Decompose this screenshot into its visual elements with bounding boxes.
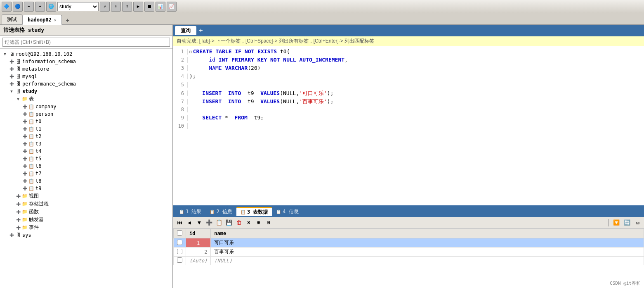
folder-toggle-functions[interactable]: ➕: [15, 209, 21, 215]
tab-add-button[interactable]: +: [64, 16, 72, 24]
table-toggle-person[interactable]: ➕: [21, 111, 28, 117]
tree-table-t3[interactable]: ➕ 📋 t3: [0, 140, 172, 148]
tree-table-company[interactable]: ➕ 📋 company: [0, 103, 172, 110]
db-toggle-sys[interactable]: ➕: [8, 232, 15, 238]
tree-table-person[interactable]: ➕ 📋 person: [0, 110, 172, 118]
tree-folder-triggers[interactable]: ➕ 📁 触发器: [0, 216, 172, 224]
results-tab-3[interactable]: 📋 3 表数据: [236, 207, 272, 216]
db-toggle-4[interactable]: ➕: [8, 81, 15, 87]
filter-input[interactable]: [2, 38, 170, 47]
results-tool-dropdown[interactable]: ▼: [195, 218, 204, 227]
toolbar-icon-7[interactable]: ⬇: [111, 2, 121, 12]
table-toggle-t9[interactable]: ➕: [21, 185, 28, 192]
toolbar-icon-3[interactable]: ⬅: [24, 2, 34, 12]
server-toggle[interactable]: ▼: [2, 51, 8, 57]
tree-server[interactable]: ▼ 🖥 root@192.168.10.102: [0, 50, 172, 58]
results-tool-filter[interactable]: 🔽: [612, 218, 621, 227]
results-tool-delete[interactable]: 🗑: [234, 218, 243, 227]
row-id-2[interactable]: 2: [186, 248, 211, 257]
results-tool-prev[interactable]: ◀: [185, 218, 194, 227]
results-tab-1[interactable]: 📋 1 结果: [175, 207, 205, 216]
row-checkbox-1[interactable]: [174, 238, 186, 248]
tree-table-t2[interactable]: ➕ 📋 t2: [0, 133, 172, 140]
toolbar-icon-1[interactable]: 🔷: [2, 2, 12, 12]
query-tab-main[interactable]: 查询: [175, 26, 196, 35]
tree-table-t9[interactable]: ➕ 📋 t9: [0, 185, 172, 192]
table-toggle-t6[interactable]: ➕: [21, 163, 28, 169]
row-id-new[interactable]: (Auto): [186, 257, 211, 265]
toolbar-icon-5[interactable]: 🌐: [46, 2, 56, 12]
tree-folder-events[interactable]: ➕ 📁 事件: [0, 224, 172, 231]
query-tab-add[interactable]: +: [199, 27, 203, 34]
toolbar-icon-9[interactable]: ▶: [133, 2, 143, 12]
folder-toggle-triggers[interactable]: ➕: [15, 217, 21, 223]
folder-toggle-events[interactable]: ➕: [15, 224, 21, 231]
row-name-2[interactable]: 百事可乐: [211, 248, 644, 257]
tree-table-t8[interactable]: ➕ 📋 t8: [0, 177, 172, 185]
tree-folder-tables[interactable]: ▼ 📁 表: [0, 95, 172, 103]
tree-table-t5[interactable]: ➕ 📋 t5: [0, 155, 172, 162]
tree-table-t6[interactable]: ➕ 📋 t6: [0, 162, 172, 170]
row-checkbox-input-1[interactable]: [177, 240, 182, 245]
table-toggle-t2[interactable]: ➕: [21, 133, 28, 140]
results-tool-grid2[interactable]: ⊟: [264, 218, 273, 227]
row-name-new[interactable]: (NULL): [211, 257, 644, 265]
folder-toggle-views[interactable]: ➕: [15, 193, 21, 200]
code-editor[interactable]: 1 ⊟CREATE TABLE IF NOT EXISTS t0( 2 id I…: [173, 46, 644, 205]
tree-db-study[interactable]: ▼ 🗄 study: [0, 88, 172, 95]
tab-测试[interactable]: 测试: [2, 14, 22, 24]
tree-folder-views[interactable]: ➕ 📁 视图: [0, 192, 172, 200]
results-tab-4[interactable]: 📋 4 信息: [272, 207, 302, 216]
tree-folder-procedures[interactable]: ➕ 📁 存储过程: [0, 200, 172, 208]
toolbar-icon-6[interactable]: ⚡: [100, 2, 110, 12]
results-tool-copy[interactable]: 📋: [215, 218, 224, 227]
row-name-1[interactable]: 可口可乐: [211, 238, 644, 248]
row-checkbox-new[interactable]: [174, 257, 186, 265]
table-toggle-t1[interactable]: ➕: [21, 126, 28, 132]
row-checkbox-2[interactable]: [174, 248, 186, 257]
folder-toggle-tables[interactable]: ▼: [15, 96, 21, 102]
tree-table-t1[interactable]: ➕ 📋 t1: [0, 125, 172, 133]
toolbar-icon-2[interactable]: 🔵: [13, 2, 23, 12]
results-tool-grid1[interactable]: ⊞: [254, 218, 263, 227]
tree-folder-functions[interactable]: ➕ 📁 函数: [0, 208, 172, 216]
table-toggle-t5[interactable]: ➕: [21, 155, 28, 162]
select-all-checkbox[interactable]: [177, 230, 182, 236]
results-tab-2[interactable]: 📋 2 信息: [205, 207, 236, 216]
toolbar-icon-4[interactable]: ➡: [35, 2, 45, 12]
tab-hadoop02[interactable]: hadoop02 ✕: [22, 15, 62, 25]
db-toggle-study[interactable]: ▼: [8, 88, 15, 95]
tree-db-metastore[interactable]: ➕ 🗄 metastore: [0, 65, 172, 73]
toolbar-icon-8[interactable]: ⬆: [122, 2, 132, 12]
results-tool-first[interactable]: ⏮: [175, 218, 184, 227]
tree-db-sys[interactable]: ➕ 🗄 sys: [0, 231, 172, 239]
tree-table-t7[interactable]: ➕ 📋 t7: [0, 170, 172, 177]
row-id-1[interactable]: 1: [186, 238, 211, 248]
tree-db-performance_schema[interactable]: ➕ 🗄 performance_schema: [0, 80, 172, 88]
results-tool-mail[interactable]: ✉: [633, 218, 642, 227]
database-select[interactable]: study: [57, 2, 99, 11]
table-toggle-company[interactable]: ➕: [21, 103, 28, 110]
toolbar-icon-11[interactable]: 📊: [156, 2, 165, 12]
results-tool-cancel[interactable]: ✖: [244, 218, 253, 227]
table-toggle-t0[interactable]: ➕: [21, 118, 28, 125]
row-checkbox-input-2[interactable]: [177, 249, 182, 254]
table-toggle-t4[interactable]: ➕: [21, 148, 28, 155]
results-tool-add[interactable]: ➕: [205, 218, 214, 227]
folder-toggle-procedures[interactable]: ➕: [15, 201, 21, 207]
toolbar-icon-10[interactable]: ⏹: [144, 2, 154, 12]
table-toggle-t3[interactable]: ➕: [21, 140, 28, 147]
tab-hadoop02-close[interactable]: ✕: [54, 18, 57, 22]
results-tool-save[interactable]: 💾: [224, 218, 234, 227]
table-toggle-t8[interactable]: ➕: [21, 178, 28, 184]
row-checkbox-input-new[interactable]: [177, 257, 182, 263]
toolbar-icon-12[interactable]: 📈: [167, 2, 177, 12]
db-toggle-1[interactable]: ➕: [8, 58, 15, 65]
db-toggle-3[interactable]: ➕: [8, 73, 15, 80]
tree-table-t4[interactable]: ➕ 📋 t4: [0, 148, 172, 155]
table-toggle-t7[interactable]: ➕: [21, 170, 28, 177]
tree-db-mysql[interactable]: ➕ 🗄 mysql: [0, 73, 172, 80]
db-toggle-2[interactable]: ➕: [8, 66, 15, 72]
tree-table-t0[interactable]: ➕ 📋 t0: [0, 118, 172, 125]
results-tool-refresh[interactable]: 🔄: [623, 218, 632, 227]
